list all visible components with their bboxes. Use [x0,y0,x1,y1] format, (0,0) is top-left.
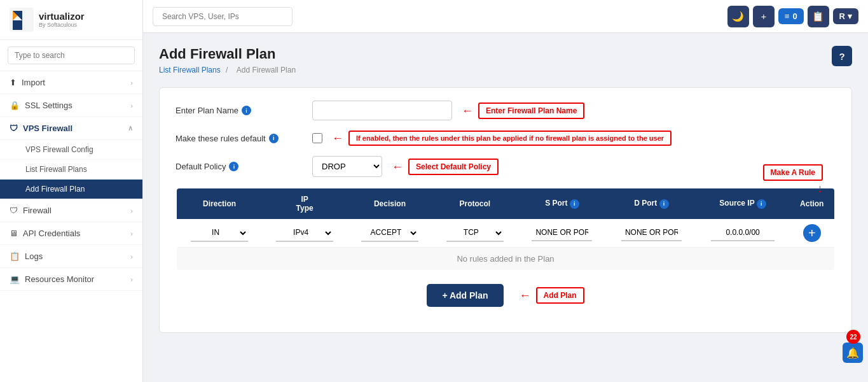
plan-name-label: Enter Plan Name i [176,106,303,115]
help-button[interactable]: ? [832,46,852,66]
default-policy-select[interactable]: DROP ACCEPT REJECT [312,156,382,177]
default-policy-row: Default Policy i DROP ACCEPT REJECT ← Se… [176,156,836,177]
logo-icon [10,8,34,32]
shield-icon: 🛡 [10,124,18,133]
make-default-checkbox[interactable] [312,133,322,143]
sidebar-item-logs[interactable]: 📋 Logs › [0,245,142,268]
sidebar-item-label: VPS Firewall [23,124,72,133]
monitor-icon: 🖥 [10,229,18,238]
protocol-select[interactable]: TCP UDP ICMP ALL [446,224,504,242]
sidebar-search-input[interactable] [8,46,135,64]
chevron-icon: › [130,230,133,237]
sport-info-icon[interactable]: i [570,199,579,209]
make-default-callout: If enabled, then the rules under this pl… [348,131,672,146]
notification-count-badge: 22 [846,330,860,344]
sidebar-item-label: Import [22,78,45,87]
sport-input[interactable] [532,225,592,241]
sub-item-label: Add Firewall Plan [25,185,85,194]
sidebar-item-label: Firewall [23,206,52,215]
cell-sport [518,219,607,248]
decision-select[interactable]: ACCEPT DROP REJECT [361,224,418,242]
arrow-left-icon: ← [520,290,531,301]
add-plan-button[interactable]: + Add Plan [427,284,503,307]
table-row: IN OUT IPv4 IPv6 [176,219,835,248]
make-default-info-icon[interactable]: i [269,134,279,143]
source-ip-input[interactable] [711,225,775,241]
list-count: 0 [792,11,797,21]
dropdown-chevron-icon: ▾ [848,11,852,21]
sidebar-item-vps-firewall[interactable]: 🛡 VPS Firewall ∧ [0,117,142,140]
default-policy-info-icon[interactable]: i [229,162,238,171]
default-policy-label: Default Policy i [176,162,303,171]
topbar-search-input[interactable] [153,7,293,26]
sourceip-info-icon[interactable]: i [757,199,766,209]
make-default-row: Make these rules default i ← If enabled,… [176,131,836,146]
plan-name-row: Enter Plan Name i ← Enter Firewall Plan … [176,101,836,120]
add-plan-callout: Add Plan [536,287,584,304]
chevron-icon: › [130,79,133,87]
firewall-icon: 🛡 [10,206,18,215]
breadcrumb-link[interactable]: List Firewall Plans [159,66,221,74]
rules-table: Direction IPType Decision Protocol S Por… [176,187,836,271]
add-rule-button[interactable]: + [803,224,821,242]
direction-select[interactable]: IN OUT [191,224,248,242]
logo-text: virtualizor [39,11,85,22]
sidebar: virtualizor By Softaculous ⬆ Import › 🔒 … [0,0,143,382]
arrow-icon: ← [392,161,403,173]
plan-name-input[interactable] [312,101,452,120]
cell-ip-type: IPv4 IPv6 [262,219,347,248]
sidebar-sub-add-firewall-plan[interactable]: Add Firewall Plan [0,180,142,199]
header-row: Direction IPType Decision Protocol S Por… [176,188,835,219]
table-body: IN OUT IPv4 IPv6 [176,219,835,271]
col-protocol: Protocol [432,188,518,219]
sidebar-item-label: API Credentials [23,229,80,238]
import-icon: ⬆ [10,78,17,87]
sidebar-item-ssl-settings[interactable]: 🔒 SSL Settings › [0,94,142,117]
sidebar-item-api-credentials[interactable]: 🖥 API Credentials › [0,222,142,245]
no-rules-row: No rules added in the Plan [176,248,835,271]
sidebar-item-import[interactable]: ⬆ Import › [0,71,142,94]
add-button[interactable]: + [753,6,775,27]
sidebar-item-label: SSL Settings [25,101,72,110]
dport-input[interactable] [621,225,682,241]
sub-item-label: List Firewall Plans [25,165,87,174]
ip-type-select[interactable]: IPv4 IPv6 [276,224,333,242]
rules-section: Make A Rule ↓ Direction IPType Decision … [176,187,836,271]
chevron-down-icon: ∧ [128,124,133,132]
lock-icon: 🔒 [10,101,20,110]
dport-info-icon[interactable]: i [659,199,669,209]
list-badge[interactable]: ≡ 0 [778,8,804,24]
cell-protocol: TCP UDP ICMP ALL [432,219,518,248]
dark-mode-button[interactable]: 🌙 [727,6,749,27]
page-content: ? Add Firewall Plan List Firewall Plans … [143,33,868,382]
sidebar-sub-vps-firewall-config[interactable]: VPS Firewall Config [0,140,142,160]
sub-item-label: VPS Firewall Config [25,145,93,154]
main-area: 🌙 + ≡ 0 📋 R ▾ ? Add Firewall Plan List F… [143,0,868,382]
chevron-icon: › [130,276,133,283]
sidebar-sub-list-firewall-plans[interactable]: List Firewall Plans [0,160,142,180]
breadcrumb: List Firewall Plans / Add Firewall Plan [159,66,852,74]
col-direction: Direction [176,188,262,219]
default-policy-callout: Select Default Policy [408,159,499,175]
list-icon: ≡ [785,11,790,21]
plan-name-info-icon[interactable]: i [242,106,251,115]
make-rule-callout-container: Make A Rule ↓ [763,164,823,195]
user-avatar[interactable]: R ▾ [833,8,858,24]
topbar: 🌙 + ≡ 0 📋 R ▾ [143,0,868,33]
user-initial: R [839,11,845,21]
cell-dport [607,219,696,248]
make-rule-callout: Make A Rule [763,164,823,181]
chevron-icon: › [130,207,133,215]
notification-button[interactable]: 🔔 [843,343,863,363]
col-dport: D Port i [607,188,696,219]
topbar-actions: 🌙 + ≡ 0 📋 R ▾ [727,6,858,27]
sidebar-item-firewall[interactable]: 🛡 Firewall › [0,199,142,222]
sidebar-item-resources-monitor[interactable]: 💻 Resources Monitor › [0,268,142,291]
page-title: Add Firewall Plan [159,46,852,62]
notes-button[interactable]: 📋 [808,6,829,27]
chevron-icon: › [130,102,133,110]
breadcrumb-separator: / [226,66,228,74]
make-rule-arrow-icon: ↓ [817,182,823,195]
cell-direction: IN OUT [176,219,262,248]
col-sport: S Port i [518,188,607,219]
